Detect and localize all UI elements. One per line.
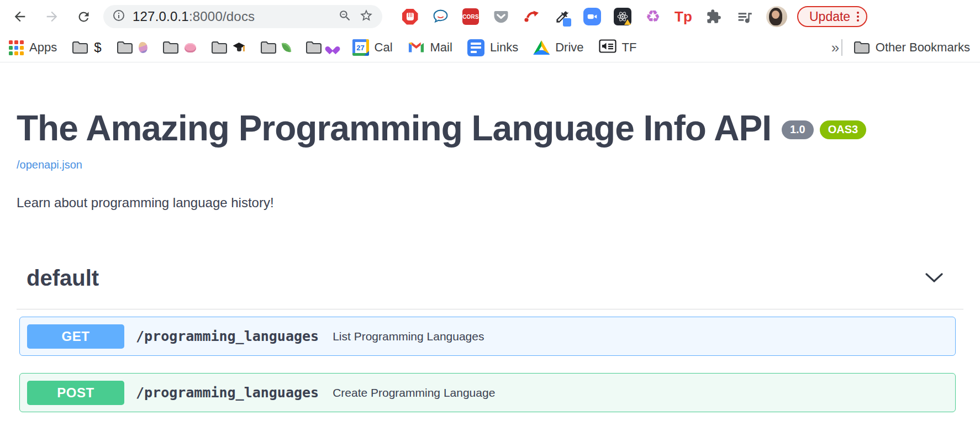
double-chevron-icon: » (831, 39, 839, 56)
extensions-puzzle-icon[interactable] (705, 8, 723, 25)
warning-badge-icon (624, 19, 631, 25)
apps-grid-icon (9, 40, 24, 55)
oas3-badge: OAS3 (820, 120, 866, 139)
update-button[interactable]: Update (797, 6, 867, 27)
profile-avatar[interactable] (766, 6, 787, 27)
forward-icon[interactable] (44, 9, 60, 24)
herb-emoji-icon (281, 42, 291, 53)
toucan-icon[interactable]: Tp (675, 8, 692, 25)
bookmark-links[interactable]: Links (467, 39, 518, 56)
operation-row-post[interactable]: POST /programming_languages Create Progr… (19, 373, 956, 412)
folder-icon (117, 41, 133, 54)
brain-emoji-icon (185, 43, 196, 52)
folder-icon (162, 41, 179, 54)
apps-shortcut[interactable]: Apps (9, 40, 57, 55)
page-title: The Amazing Programming Language Info AP… (17, 110, 963, 147)
bookmarks-overflow-chevron[interactable]: » (831, 39, 839, 56)
folder-icon (853, 41, 870, 54)
site-info-icon[interactable] (112, 9, 125, 24)
gmail-icon (408, 39, 425, 56)
graduation-cap-emoji-icon (233, 43, 245, 52)
dollar-sign: $ (94, 40, 101, 55)
api-description: Learn about programming language history… (17, 195, 963, 211)
url-text[interactable]: 127.0.0.1:8000/docs (133, 9, 331, 24)
bookmark-folder-brain[interactable] (162, 41, 196, 54)
playlist-icon[interactable] (735, 8, 753, 25)
api-title-text: The Amazing Programming Language Info AP… (17, 110, 771, 147)
bookmark-label: Drive (555, 40, 583, 55)
bookmark-folder-money[interactable]: $ (72, 40, 101, 55)
bookmark-drive[interactable]: Drive (533, 40, 583, 55)
cors-icon[interactable]: CORS (462, 8, 480, 25)
bookmark-folder-heart[interactable] (305, 41, 338, 54)
back-icon[interactable] (12, 9, 28, 24)
bookmark-mail[interactable]: Mail (408, 39, 452, 56)
operation-path: /programming_languages (136, 385, 319, 401)
bookmark-tf[interactable]: TF (599, 39, 637, 56)
operation-summary: List Programming Languages (333, 330, 484, 343)
operation-row-get[interactable]: GET /programming_languages List Programm… (19, 317, 956, 356)
reload-icon[interactable] (76, 9, 91, 24)
color-picker-icon[interactable] (553, 8, 571, 25)
nav-buttons (12, 9, 91, 24)
purple-heart-emoji-icon (328, 43, 338, 52)
chat-bubble-icon[interactable] (431, 8, 449, 25)
operation-summary: Create Programming Language (333, 386, 495, 400)
folder-icon (305, 41, 322, 54)
collapse-section-button[interactable] (921, 269, 947, 288)
bookmarks-divider (841, 39, 842, 56)
recycle-icon[interactable]: ♻ (644, 8, 662, 25)
react-devtools-icon[interactable] (614, 8, 631, 25)
kebab-menu-icon[interactable] (857, 12, 859, 22)
bookmark-label: TF (622, 40, 637, 55)
other-bookmarks[interactable]: Other Bookmarks (853, 40, 970, 55)
pocket-icon[interactable] (492, 8, 510, 25)
google-drive-icon (533, 40, 550, 55)
tag-section-header[interactable]: default (17, 266, 963, 309)
bookmark-star-icon[interactable] (359, 8, 373, 25)
operation-path: /programming_languages (136, 328, 319, 344)
bookmark-calendar[interactable]: 27 Cal (352, 39, 393, 56)
get-method-button[interactable]: GET (27, 324, 124, 349)
tag-section-title: default (27, 266, 99, 291)
apps-label: Apps (29, 40, 57, 55)
update-label: Update (809, 9, 850, 24)
chevron-down-icon (925, 276, 944, 285)
zoom-video-icon[interactable] (583, 8, 601, 25)
folder-icon (260, 41, 277, 54)
redirect-arrow-icon[interactable] (523, 8, 540, 25)
extension-icons: CORS ♻ Tp (401, 8, 753, 25)
browser-toolbar: 127.0.0.1:8000/docs CORS (0, 0, 980, 33)
bookmark-label: Links (490, 40, 518, 55)
version-badge: 1.0 (782, 120, 814, 139)
folder-icon (72, 41, 88, 54)
bookmark-folder-herb[interactable] (260, 41, 291, 54)
bookmark-folder-school[interactable] (211, 41, 245, 54)
carousel-horse-emoji-icon (139, 42, 147, 53)
adblock-icon[interactable] (401, 8, 419, 25)
bookmark-folder-carousel[interactable] (117, 41, 147, 54)
links-list-icon (467, 39, 484, 56)
address-bar[interactable]: 127.0.0.1:8000/docs (103, 5, 382, 28)
google-calendar-icon: 27 (352, 39, 369, 56)
announcement-card-icon (599, 39, 617, 56)
openapi-spec-link[interactable]: /openapi.json (17, 159, 82, 171)
bookmark-label: Cal (375, 40, 393, 55)
swagger-docs-page: The Amazing Programming Language Info AP… (0, 110, 980, 412)
other-bookmarks-label: Other Bookmarks (876, 40, 970, 55)
post-method-button[interactable]: POST (27, 381, 124, 405)
bookmark-label: Mail (430, 40, 452, 55)
bookmarks-bar: Apps $ (0, 33, 980, 62)
folder-icon (211, 41, 228, 54)
title-badges: 1.0 OAS3 (782, 120, 866, 139)
zoom-out-icon[interactable] (338, 9, 352, 25)
